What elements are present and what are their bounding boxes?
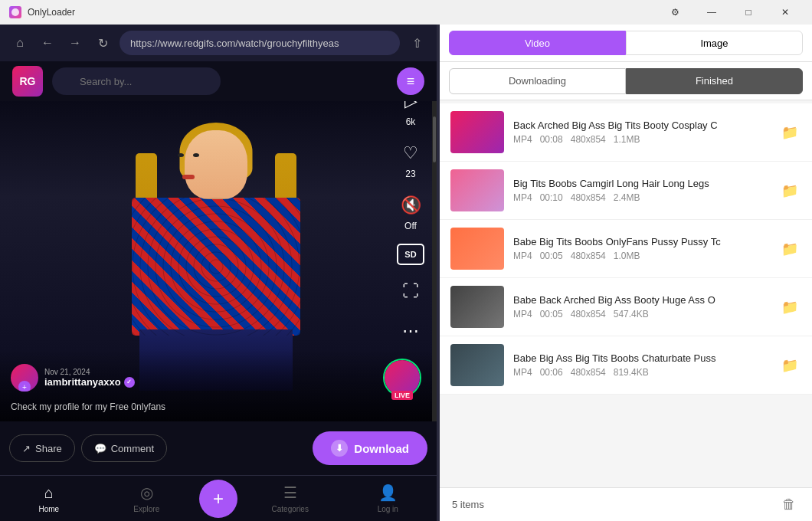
- close-button[interactable]: ✕: [768, 0, 803, 25]
- url-input[interactable]: [120, 31, 400, 55]
- social-buttons: ↗ Share 💬 Comment: [9, 434, 167, 462]
- trash-icon[interactable]: 🗑: [778, 494, 800, 516]
- dl-title: Back Arched Big Ass Big Tits Booty Cospl…: [513, 120, 769, 131]
- video-background: ▷ 6k ♡ 23 🔇 Off: [0, 101, 432, 421]
- dl-size: 2.4MB: [614, 192, 640, 203]
- share-icon: ↗: [22, 443, 31, 454]
- share-button[interactable]: ↗ Share: [9, 434, 75, 462]
- dl-tabs: Downloading Finished: [440, 62, 812, 100]
- rg-search-input[interactable]: [52, 67, 221, 95]
- nav-login[interactable]: 👤 Log in: [339, 476, 437, 521]
- verified-icon: ✓: [124, 377, 135, 388]
- forward-button[interactable]: →: [64, 32, 86, 54]
- refresh-button[interactable]: ↻: [92, 32, 113, 54]
- back-button[interactable]: ←: [37, 32, 58, 54]
- dl-info: Back Arched Big Ass Big Tits Booty Cospl…: [513, 120, 769, 145]
- rg-page: RG 🔍 ≡: [0, 61, 437, 521]
- dl-duration: 00:05: [540, 309, 563, 319]
- nav-categories[interactable]: ☰ Categories: [241, 476, 339, 521]
- dl-folder-icon[interactable]: 📁: [778, 121, 801, 144]
- search-wrap: 🔍: [52, 67, 388, 95]
- navigation-bar: ⌂ ← → ↻ ⇧: [0, 25, 437, 61]
- rg-menu-button[interactable]: ≡: [397, 67, 424, 95]
- more-item[interactable]: ⋯: [397, 317, 424, 345]
- explore-nav-label: Explore: [133, 505, 159, 513]
- username: iambrittanyaxxo ✓: [44, 376, 377, 388]
- dl-meta: MP4 00:05 480x854 1.0MB: [513, 251, 769, 261]
- minimize-button[interactable]: —: [694, 0, 729, 25]
- home-button[interactable]: ⌂: [9, 32, 31, 54]
- settings-button[interactable]: ⚙: [657, 0, 692, 25]
- dl-folder-icon[interactable]: 📁: [778, 296, 801, 319]
- mute-icon[interactable]: 🔇: [397, 192, 424, 219]
- user-row: + Nov 21, 2024 iambrittanyaxxo ✓: [11, 359, 421, 397]
- follow-button[interactable]: +: [18, 381, 31, 392]
- dl-resolution: 480x854: [571, 367, 606, 378]
- dl-title: Big Tits Boobs Camgirl Long Hair Long Le…: [513, 178, 769, 189]
- thumbnail: [450, 169, 504, 211]
- play-icon: ▷: [397, 101, 424, 115]
- dl-format: MP4: [513, 367, 532, 378]
- app-icon: [9, 6, 21, 18]
- dl-info: Babe Big Ass Big Tits Boobs Chaturbate P…: [513, 352, 769, 378]
- post-date: Nov 21, 2024: [44, 368, 377, 376]
- browser-panel: ⌂ ← → ↻ ⇧ RG 🔍 ≡: [0, 25, 437, 521]
- dl-duration: 00:06: [540, 367, 563, 378]
- live-avatar[interactable]: LIVE: [383, 359, 421, 397]
- dl-format: MP4: [513, 134, 532, 145]
- categories-nav-label: Categories: [272, 505, 309, 513]
- nav-home[interactable]: ⌂ Home: [0, 476, 98, 521]
- finished-tab[interactable]: Finished: [626, 68, 803, 94]
- quality-badge[interactable]: SD: [397, 244, 424, 265]
- dl-size: 819.4KB: [614, 367, 649, 378]
- fullscreen-item[interactable]: ⛶: [397, 277, 424, 305]
- image-toggle-button[interactable]: Image: [626, 31, 803, 55]
- eye-left: [178, 153, 184, 157]
- add-circle-button[interactable]: +: [199, 480, 237, 518]
- dl-folder-icon[interactable]: 📁: [778, 179, 801, 202]
- fullscreen-icon[interactable]: ⛶: [397, 277, 424, 305]
- table-row: Back Arched Big Ass Big Tits Booty Cospl…: [440, 103, 812, 162]
- login-nav-icon: 👤: [378, 483, 398, 502]
- nav-explore[interactable]: ◎ Explore: [98, 476, 196, 521]
- quality-item[interactable]: SD: [397, 244, 424, 265]
- thumbnail: [450, 286, 504, 328]
- download-list: Back Arched Big Ass Big Tits Booty Cospl…: [440, 100, 812, 487]
- dl-info: Babe Back Arched Big Ass Booty Huge Ass …: [513, 294, 769, 319]
- panel-header: Video Image: [440, 25, 812, 62]
- bookmark-button[interactable]: ⇧: [406, 32, 427, 54]
- dl-size: 1.1MB: [614, 134, 640, 145]
- comment-button[interactable]: 💬 Comment: [81, 434, 167, 462]
- dl-resolution: 480x854: [571, 134, 606, 145]
- sound-item[interactable]: 🔇 Off: [397, 192, 424, 231]
- more-icon[interactable]: ⋯: [397, 317, 424, 345]
- video-toggle-button[interactable]: Video: [449, 31, 626, 55]
- eye-right: [193, 153, 199, 157]
- dl-folder-icon[interactable]: 📁: [778, 354, 801, 377]
- maximize-button[interactable]: □: [731, 0, 766, 25]
- like-item[interactable]: ♡ 23: [397, 139, 424, 179]
- dl-duration: 00:05: [540, 251, 563, 261]
- nav-add[interactable]: +: [195, 476, 241, 521]
- dl-format: MP4: [513, 309, 532, 319]
- downloading-tab[interactable]: Downloading: [449, 68, 626, 94]
- dl-duration: 00:10: [540, 192, 563, 203]
- rg-header: RG 🔍 ≡: [0, 61, 437, 101]
- heart-icon[interactable]: ♡: [397, 139, 424, 167]
- scroll-track[interactable]: [432, 101, 437, 421]
- rg-logo: RG: [12, 66, 43, 97]
- dl-folder-icon[interactable]: 📁: [778, 238, 801, 260]
- download-button[interactable]: ⬇ Download: [313, 431, 427, 465]
- dl-resolution: 480x854: [571, 192, 606, 203]
- dl-meta: MP4 00:08 480x854 1.1MB: [513, 134, 769, 145]
- browser-content: RG 🔍 ≡: [0, 61, 437, 521]
- table-row: Big Tits Boobs Camgirl Long Hair Long Le…: [440, 162, 812, 220]
- thumbnail: [450, 111, 504, 153]
- dl-title: Babe Big Tits Boobs OnlyFans Pussy Pussy…: [513, 236, 769, 247]
- lips: [182, 175, 195, 179]
- scroll-thumb: [433, 116, 436, 162]
- user-avatar[interactable]: +: [11, 364, 38, 392]
- dl-resolution: 480x854: [571, 251, 606, 261]
- dl-size: 1.0MB: [614, 251, 640, 261]
- dl-meta: MP4 00:06 480x854 819.4KB: [513, 367, 769, 378]
